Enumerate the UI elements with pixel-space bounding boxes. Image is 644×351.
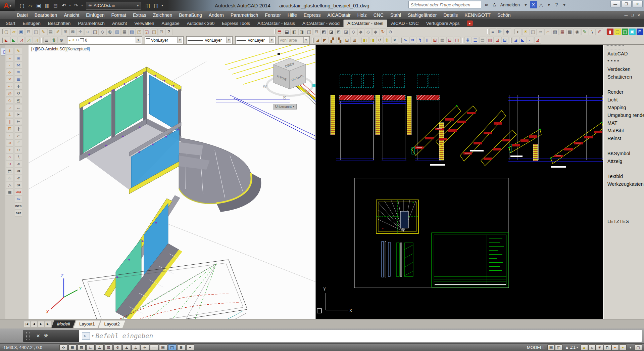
zoom-previous-icon[interactable]: ◎ — [106, 28, 113, 35]
print-icon[interactable]: ⊟ — [52, 2, 60, 10]
workspace-combo[interactable]: ✳ AICADstair ▾ — [86, 2, 141, 10]
menu-fenster[interactable]: Fenster — [261, 11, 284, 19]
explode-object-icon[interactable]: ✕ — [391, 37, 398, 44]
coordinates-readout[interactable]: -1563.3, 4407.2 , 0.0 — [2, 345, 59, 350]
dynamic-input-icon[interactable]: ✛ — [141, 344, 149, 350]
steel-wedge-b-icon[interactable]: ◣ — [519, 37, 527, 44]
quick-properties-icon[interactable]: ◫ — [168, 344, 176, 350]
screen-menu-autocad[interactable]: AutoCAD — [604, 50, 644, 58]
chevron-down-icon[interactable]: ▼ — [136, 37, 141, 43]
screen-menu-item[interactable]: * * * * — [604, 58, 644, 65]
align-left-icon[interactable]: ◧ — [362, 37, 369, 44]
hardware-accel-icon[interactable]: ● — [611, 344, 619, 350]
polar-tracking-icon[interactable]: ∠ — [96, 344, 104, 350]
markup-manager-icon[interactable]: ◱ — [143, 28, 150, 35]
point-filter-yz-icon[interactable]: .yz — [15, 182, 22, 188]
clean-screen-icon[interactable]: ▢ — [635, 344, 642, 350]
annotation-monitor-icon[interactable]: + — [186, 344, 194, 350]
view-front-icon[interactable]: ◫ — [306, 28, 313, 35]
osnap-toggle-icon[interactable]: ⊡ — [105, 344, 113, 350]
screen-menu-schattieren[interactable]: Schattieren — [604, 73, 644, 81]
aicad-tool-blue-icon[interactable]: E — [636, 28, 643, 35]
railing-post-icon[interactable]: ⊡ — [494, 37, 501, 44]
ribbon-tab-express-tools[interactable]: Express Tools — [218, 20, 254, 27]
block-editor-icon[interactable]: ◰ — [151, 28, 158, 35]
osnap-tangent-icon[interactable]: ○ — [6, 104, 13, 111]
osnap-endpoint-icon[interactable]: ∙ — [6, 62, 13, 69]
steel-anchor-icon[interactable]: ↯ — [417, 37, 424, 44]
close-window-icon[interactable]: ✕ — [633, 1, 643, 7]
menu-parametrisch[interactable]: Parametrisch — [227, 11, 261, 19]
menu-holz[interactable]: Holz — [354, 11, 370, 19]
osnap-magnet-icon[interactable]: ∩ — [6, 153, 13, 160]
stairs-3d-red-icon[interactable]: ◣ — [3, 37, 10, 44]
plotstyle-combo[interactable]: VonFarbe ▼ — [278, 36, 310, 44]
hatch-icon[interactable]: ▨ — [552, 28, 559, 35]
menu-schön[interactable]: Schön — [494, 11, 514, 19]
color-combo[interactable]: VonLayer ▼ — [145, 36, 184, 44]
selection-cycling-icon[interactable]: ⊞ — [177, 344, 185, 350]
staircase-3d-model[interactable] — [80, 67, 261, 319]
render-line-icon[interactable]: ∖ — [589, 28, 596, 35]
dat-icon[interactable]: DAT — [15, 210, 22, 217]
a360-icon[interactable]: △ — [538, 1, 545, 8]
ribbon-tab-einfügen[interactable]: Einfügen — [19, 20, 44, 27]
osnap-nearest-icon[interactable]: ⌀ — [6, 139, 13, 146]
signin-button[interactable]: Anmelden — [500, 2, 520, 7]
search-binoculars-icon[interactable]: ∞ — [483, 1, 490, 8]
menu-stahlgeländer[interactable]: Stahlgeländer — [404, 11, 440, 19]
isolate-objects-icon[interactable]: ● — [619, 344, 627, 350]
view-manager-icon[interactable]: ⊪ — [497, 28, 504, 35]
view-iso-1-icon[interactable]: ◇ — [350, 28, 357, 35]
prev-sheet-icon[interactable]: ◀ — [31, 321, 37, 327]
flip-object-icon[interactable]: ⇅ — [384, 37, 391, 44]
model-space-icon[interactable]: ▤ — [547, 344, 555, 350]
free-orbit-icon[interactable]: ↻ — [380, 28, 387, 35]
recent-commands-icon[interactable]: ▾ — [92, 334, 94, 338]
point-filter-x-icon[interactable]: .x — [15, 161, 22, 167]
redo-dropdown-icon[interactable]: ▾ — [81, 2, 84, 10]
layout-viewport-2d[interactable]: Y X — [315, 45, 603, 319]
offset-icon[interactable]: ≋ — [15, 69, 22, 76]
menu-datei[interactable]: Datei — [13, 11, 31, 19]
steel-frame-diagonal-icon[interactable]: ⊿ — [534, 37, 541, 44]
view-ne-iso-icon[interactable]: ◩ — [335, 28, 342, 35]
solid-mesh-icon[interactable]: ▦ — [6, 189, 13, 195]
annotation-scale-button[interactable]: ▲ 1:1 ▾ — [563, 345, 579, 350]
stairs-red-icon[interactable]: ◿ — [18, 37, 25, 44]
ribbon-tab-ansicht[interactable]: Ansicht — [108, 20, 131, 27]
print-icon[interactable]: ⊟ — [25, 28, 32, 35]
osnap-intersection-icon[interactable]: ✕ — [6, 76, 13, 83]
minimize-window-icon[interactable]: — — [610, 1, 621, 7]
menu-ändern[interactable]: Ändern — [205, 11, 227, 19]
info-icon[interactable]: INFO — [15, 203, 22, 210]
transparency-icon[interactable]: ▤ — [159, 344, 167, 350]
stretch-icon[interactable]: ↔ — [15, 104, 22, 111]
next-sheet-icon[interactable]: ▶ — [38, 321, 44, 327]
sheet-tab-modell[interactable]: Modell — [51, 320, 76, 328]
view-iso-4-icon[interactable]: ◆ — [372, 28, 379, 35]
plot-preview-icon[interactable]: ◫ — [33, 28, 40, 35]
open-folder-icon[interactable]: ▱ — [10, 28, 17, 35]
tray-dropdown-icon[interactable]: ▾ — [627, 344, 634, 350]
layer-previous-icon[interactable]: ⊕ — [58, 37, 65, 44]
osnap-track-icon[interactable]: ✛ — [6, 48, 13, 54]
union-icon[interactable]: ∪ — [15, 146, 22, 153]
view-sw-iso-icon[interactable]: ◩ — [320, 28, 328, 35]
ku-icon[interactable]: Ku — [15, 196, 22, 203]
lisp-icon[interactable]: Lisp — [15, 189, 22, 195]
layer-properties-icon[interactable]: ≣ — [43, 37, 50, 44]
view-nw-iso-icon[interactable]: ◪ — [343, 28, 350, 35]
workspace-gear-icon[interactable]: ✳ — [596, 344, 603, 350]
annotation-autoscale-icon[interactable]: ▲ — [588, 344, 596, 350]
grid-display-icon[interactable]: ▩ — [78, 344, 86, 350]
ribbon-tab-aicad-cnc[interactable]: AICAD - CNC — [387, 20, 423, 27]
screen-menu-verdecken[interactable]: Verdecken — [604, 65, 644, 73]
script-icon[interactable]: ▤ — [47, 28, 54, 35]
aicad-tool-green-icon[interactable]: ◫ — [622, 28, 629, 35]
wood-tread-icon[interactable]: ▞ — [329, 37, 336, 44]
osnap-node-icon[interactable]: ◦ — [6, 132, 13, 139]
ribbon-tab-beschriften[interactable]: Beschriften — [44, 20, 75, 27]
viewcube-compass-w[interactable]: W — [263, 84, 267, 89]
steel-wedge-a-icon[interactable]: ◢ — [512, 37, 519, 44]
